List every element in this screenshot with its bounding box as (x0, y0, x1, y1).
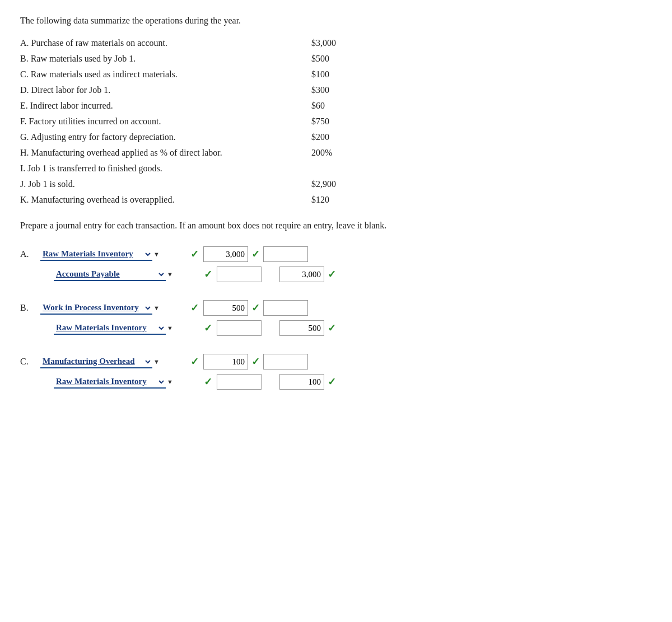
amounts-pair: ✓ (217, 374, 336, 390)
data-item-value: 200% (311, 148, 356, 158)
data-item-row: H. Manufacturing overhead applied as % o… (20, 148, 652, 158)
credit-check-icon: ✓ (328, 376, 336, 388)
amounts-pair: ✓ (203, 300, 323, 316)
credit-field[interactable] (279, 266, 324, 282)
entry-letter: B. (20, 300, 40, 313)
data-item-row: K. Manufacturing overhead is overapplied… (20, 195, 652, 205)
account-select[interactable]: Raw Materials InventoryAccounts PayableW… (40, 247, 152, 261)
entry-lines: Raw Materials InventoryAccounts PayableW… (40, 246, 336, 282)
credit-field[interactable] (279, 320, 324, 336)
amounts-pair: ✓ (217, 320, 336, 336)
entry-letter: A. (20, 246, 40, 259)
data-items-table: A. Purchase of raw materials on account.… (20, 38, 652, 205)
data-item-label: F. Factory utilities incurred on account… (20, 116, 311, 127)
data-item-value: $60 (311, 101, 356, 111)
amounts-pair: ✓ (203, 354, 323, 370)
chevron-down-icon: ▼ (167, 271, 173, 278)
journal-entry: C.Raw Materials InventoryAccounts Payabl… (20, 354, 652, 390)
journal-entry: B.Raw Materials InventoryAccounts Payabl… (20, 300, 652, 336)
data-item-value: $2,900 (311, 179, 356, 189)
data-item-row: F. Factory utilities incurred on account… (20, 116, 652, 127)
check-icon: ✓ (204, 322, 212, 334)
data-item-value: $3,000 (311, 38, 356, 48)
data-item-label: D. Direct labor for Job 1. (20, 85, 311, 95)
data-item-label: C. Raw materials used as indirect materi… (20, 69, 311, 79)
chevron-down-icon: ▼ (167, 325, 173, 331)
credit-field[interactable] (263, 300, 308, 316)
amounts-pair: ✓ (203, 246, 323, 262)
account-select[interactable]: Raw Materials InventoryAccounts PayableW… (54, 321, 166, 335)
credit-field[interactable] (279, 374, 324, 390)
data-item-label: G. Adjusting entry for factory depreciat… (20, 132, 311, 142)
account-select-container: Raw Materials InventoryAccounts PayableW… (54, 321, 199, 335)
data-item-label: I. Job 1 is transferred to finished good… (20, 163, 311, 174)
data-item-row: J. Job 1 is sold. $2,900 (20, 179, 652, 189)
debit-field[interactable] (203, 246, 248, 262)
entry-lines: Raw Materials InventoryAccounts PayableW… (40, 354, 336, 390)
data-item-row: D. Direct labor for Job 1. $300 (20, 85, 652, 95)
data-item-value: $100 (311, 69, 356, 79)
debit-field[interactable] (217, 266, 262, 282)
account-select[interactable]: Raw Materials InventoryAccounts PayableW… (54, 268, 166, 281)
entry-top: B.Raw Materials InventoryAccounts Payabl… (20, 300, 652, 336)
account-select[interactable]: Raw Materials InventoryAccounts PayableW… (40, 301, 152, 315)
account-select-container: Raw Materials InventoryAccounts PayableW… (40, 355, 186, 368)
data-item-row: A. Purchase of raw materials on account.… (20, 38, 652, 48)
entry-line: Raw Materials InventoryAccounts PayableW… (54, 320, 336, 336)
check-icon: ✓ (204, 268, 212, 280)
account-select[interactable]: Raw Materials InventoryAccounts PayableW… (54, 375, 166, 389)
entry-line: Raw Materials InventoryAccounts PayableW… (40, 246, 336, 262)
entry-lines: Raw Materials InventoryAccounts PayableW… (40, 300, 336, 336)
debit-check-icon: ✓ (251, 302, 260, 314)
prepare-text: Prepare a journal entry for each transac… (20, 221, 652, 231)
credit-field[interactable] (263, 354, 308, 370)
data-item-label: A. Purchase of raw materials on account. (20, 38, 311, 48)
data-item-row: B. Raw materials used by Job 1. $500 (20, 54, 652, 64)
debit-field[interactable] (203, 300, 248, 316)
debit-field[interactable] (217, 374, 262, 390)
account-select-container: Raw Materials InventoryAccounts PayableW… (40, 247, 186, 261)
credit-field[interactable] (263, 246, 308, 262)
data-item-value: $120 (311, 195, 356, 205)
check-icon: ✓ (190, 248, 199, 260)
entry-line: Raw Materials InventoryAccounts PayableW… (54, 266, 336, 282)
account-select-container: Raw Materials InventoryAccounts PayableW… (54, 268, 199, 281)
chevron-down-icon: ▼ (153, 305, 160, 311)
credit-check-icon: ✓ (328, 268, 336, 280)
chevron-down-icon: ▼ (153, 358, 160, 365)
debit-field[interactable] (203, 354, 248, 370)
credit-check-icon: ✓ (328, 322, 336, 334)
account-select[interactable]: Raw Materials InventoryAccounts PayableW… (40, 355, 152, 368)
account-select-container: Raw Materials InventoryAccounts PayableW… (54, 375, 199, 389)
check-icon: ✓ (204, 376, 212, 388)
data-item-label: E. Indirect labor incurred. (20, 101, 311, 111)
entry-top: A.Raw Materials InventoryAccounts Payabl… (20, 246, 652, 282)
data-item-row: I. Job 1 is transferred to finished good… (20, 163, 652, 174)
entry-top: C.Raw Materials InventoryAccounts Payabl… (20, 354, 652, 390)
entry-line: Raw Materials InventoryAccounts PayableW… (40, 300, 336, 316)
journal-entry: A.Raw Materials InventoryAccounts Payabl… (20, 246, 652, 282)
data-item-label: K. Manufacturing overhead is overapplied… (20, 195, 311, 205)
debit-check-icon: ✓ (251, 248, 260, 260)
entry-line: Raw Materials InventoryAccounts PayableW… (40, 354, 336, 370)
data-item-row: G. Adjusting entry for factory depreciat… (20, 132, 652, 142)
chevron-down-icon: ▼ (167, 378, 173, 385)
data-item-label: B. Raw materials used by Job 1. (20, 54, 311, 64)
amounts-pair: ✓ (217, 266, 336, 282)
check-icon: ✓ (190, 356, 199, 368)
entry-line: Raw Materials InventoryAccounts PayableW… (54, 374, 336, 390)
intro-paragraph: The following data summarize the operati… (20, 16, 652, 26)
data-item-row: C. Raw materials used as indirect materi… (20, 69, 652, 79)
debit-field[interactable] (217, 320, 262, 336)
data-item-label: J. Job 1 is sold. (20, 179, 311, 189)
check-icon: ✓ (190, 302, 199, 314)
data-item-value: $200 (311, 132, 356, 142)
data-item-row: E. Indirect labor incurred. $60 (20, 101, 652, 111)
debit-check-icon: ✓ (251, 356, 260, 368)
data-item-value: $750 (311, 116, 356, 127)
chevron-down-icon: ▼ (153, 251, 160, 258)
account-select-container: Raw Materials InventoryAccounts PayableW… (40, 301, 186, 315)
data-item-label: H. Manufacturing overhead applied as % o… (20, 148, 311, 158)
entry-letter: C. (20, 354, 40, 367)
data-item-value: $500 (311, 54, 356, 64)
